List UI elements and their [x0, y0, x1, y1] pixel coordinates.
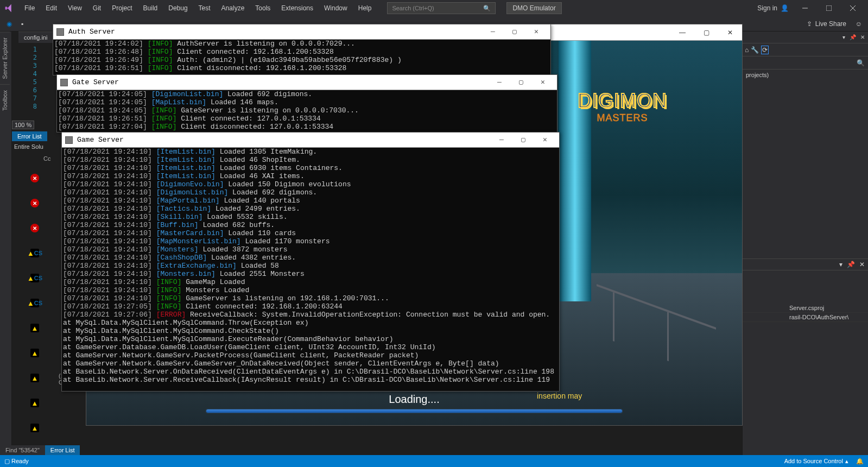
search-icon: 🔍 [857, 59, 865, 67]
server-explorer-tab[interactable]: Server Explorer [0, 31, 10, 84]
prop-path: rasil-DCO\AuthServer\ [789, 314, 848, 320]
person-icon: 👤 [781, 4, 789, 12]
sign-in-button[interactable]: Sign in 👤 [754, 3, 792, 14]
error-icon[interactable]: ✕ [30, 199, 39, 207]
error-list-tab[interactable]: Error List [12, 131, 47, 141]
menu-window[interactable]: Window [319, 2, 352, 14]
feedback-button[interactable]: ☺ [853, 18, 865, 30]
close-button[interactable] [842, 1, 864, 16]
console-titlebar[interactable]: Game Server ― ▢ ✕ [62, 132, 559, 148]
menu-build[interactable]: Build [138, 2, 163, 14]
warning-icon[interactable]: ▲ [30, 399, 39, 407]
gate-server-console[interactable]: Gate Server ― ▢ ✕ [07/18/2021 19:24:05] … [56, 74, 557, 132]
minimize-button[interactable]: ― [482, 25, 504, 39]
warning-icon[interactable]: ▲ [30, 424, 39, 432]
zoom-level[interactable]: 100 % [12, 121, 34, 129]
titlebar-right: Sign in 👤 [754, 1, 864, 16]
menu-project[interactable]: Project [107, 2, 137, 14]
menu-tools[interactable]: Tools [250, 2, 275, 14]
maximize-button[interactable]: ▢ [694, 25, 718, 40]
menu-edit[interactable]: Edit [41, 2, 62, 14]
warning-icon[interactable]: ▲ [30, 324, 39, 332]
menu-git[interactable]: Git [88, 2, 106, 14]
back-button[interactable]: ◉ [3, 18, 15, 30]
menu-test[interactable]: Test [194, 2, 216, 14]
search-input[interactable] [746, 60, 857, 66]
line-number-gutter: 12 34 56 78 [12, 46, 42, 111]
error-icon[interactable]: ✕ [30, 224, 39, 232]
maximize-button[interactable]: ▢ [510, 75, 532, 90]
close-button[interactable]: ✕ [532, 75, 554, 90]
chevron-up-icon[interactable]: ▴ [845, 458, 848, 465]
maximize-button[interactable]: ▢ [504, 25, 525, 39]
error-list-bottom-tab[interactable]: Error List [45, 445, 80, 455]
titlebar: File Edit View Git Project Build Debug T… [0, 0, 868, 16]
chevron-down-icon[interactable]: ▾ [842, 34, 845, 40]
solution-explorer: ▾ 📌 ✕ ⌂ 🔧 ⟳ 🔍 projects) ▾ 📌 ✕ Server.csp… [742, 31, 868, 455]
close-button[interactable]: ✕ [534, 133, 556, 147]
pin-icon[interactable]: 📌 [847, 261, 855, 268]
minimize-button[interactable]: ― [670, 25, 694, 40]
prop-file: Server.csproj [789, 305, 824, 311]
wrench-icon[interactable]: 🔧 [751, 46, 759, 54]
menu-file[interactable]: File [20, 2, 40, 14]
warning-icon[interactable]: ▲ CS [30, 274, 39, 282]
solution-node[interactable]: projects) [746, 72, 865, 78]
console-titlebar[interactable]: Gate Server ― ▢ ✕ [57, 75, 557, 90]
close-button[interactable]: ✕ [525, 25, 547, 39]
menu-extensions[interactable]: Extensions [276, 2, 318, 14]
toolbox-tab[interactable]: Toolbox [0, 84, 10, 116]
solution-button[interactable]: DMO Emulator [506, 2, 561, 14]
chevron-down-icon[interactable]: ▾ [839, 261, 842, 268]
code-column-header[interactable]: Cc [43, 155, 50, 162]
home-icon[interactable]: ⌂ [745, 46, 749, 54]
quick-search[interactable]: Search (Ctrl+Q) 🔍 [387, 2, 496, 14]
close-button[interactable]: ✕ [718, 25, 742, 40]
live-share-label: Live Share [815, 20, 846, 28]
pin-icon[interactable]: 📌 [850, 34, 856, 40]
auth-server-console[interactable]: Auth Server ― ▢ ✕ [07/18/2021 19:24:02] … [53, 24, 551, 75]
menu-debug[interactable]: Debug [163, 2, 192, 14]
menu-analyze[interactable]: Analyze [217, 2, 250, 14]
panel-header: ▾ 📌 ✕ [743, 31, 868, 43]
console-output[interactable]: [07/18/2021 19:24:10] [ItemList.bin] Loa… [62, 148, 559, 384]
error-icon[interactable]: ✕ [30, 174, 39, 182]
sync-icon[interactable]: ⟳ [761, 46, 769, 54]
menu-help[interactable]: Help [353, 2, 377, 14]
light-pillar [559, 41, 591, 301]
warning-icon[interactable]: ▲ [30, 374, 39, 382]
notifications-icon[interactable]: 🔔 [856, 458, 864, 465]
close-icon[interactable]: ✕ [859, 261, 865, 268]
svg-rect-1 [826, 5, 832, 11]
minimize-button[interactable]: ― [489, 75, 510, 90]
status-ready-icon: ▢ [4, 458, 10, 465]
game-server-console[interactable]: Game Server ― ▢ ✕ [07/18/2021 19:24:10] … [61, 132, 560, 392]
live-share-button[interactable]: ⇪ Live Share [801, 20, 852, 28]
close-icon[interactable]: ✕ [860, 34, 865, 40]
console-titlebar[interactable]: Auth Server ― ▢ ✕ [53, 24, 550, 40]
solution-search[interactable]: 🔍 [743, 56, 868, 70]
bottom-tabs: Find "53542" Error List [0, 445, 80, 455]
search-icon: 🔍 [483, 5, 491, 12]
maximize-button[interactable] [818, 1, 840, 16]
menu-view[interactable]: View [63, 2, 87, 14]
warning-icon[interactable]: ▲ CS [30, 249, 39, 257]
console-output[interactable]: [07/18/2021 19:24:02] [INFO] AuthServer … [53, 40, 550, 72]
warning-icon[interactable]: ▲ [30, 349, 39, 357]
console-title: Gate Server [72, 78, 119, 86]
error-scope-dropdown[interactable]: Entire Solu [14, 143, 43, 150]
minimize-button[interactable] [794, 1, 816, 16]
console-icon [60, 79, 68, 86]
document-tab[interactable]: config.ini [18, 31, 53, 43]
console-output[interactable]: [07/18/2021 19:24:05] [DigimonList.bin] … [57, 90, 557, 131]
find-results-tab[interactable]: Find "53542" [0, 445, 45, 455]
new-project-button[interactable]: ▪ [16, 18, 28, 30]
game-logo: DIGIMON MASTERS [578, 90, 667, 124]
minimize-button[interactable]: ― [491, 133, 512, 147]
add-source-control[interactable]: Add to Source Control [784, 458, 843, 464]
panel-body: projects) [743, 70, 868, 80]
console-icon [56, 28, 64, 36]
maximize-button[interactable]: ▢ [512, 133, 534, 147]
warning-icon[interactable]: ▲ CS [30, 299, 39, 307]
loading-text: Loading.... [86, 393, 742, 406]
